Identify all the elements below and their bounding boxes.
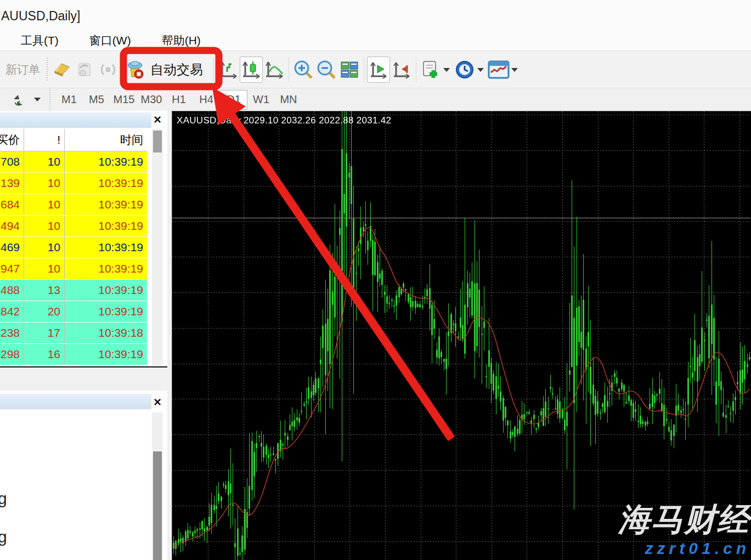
ask-cell: 469 [0, 237, 24, 258]
clipped-text-fragment[interactable]: g [0, 528, 7, 546]
table-row[interactable]: 1391010:39:19 [0, 173, 147, 194]
candlestick-chart-button[interactable] [240, 56, 263, 83]
zoom-in-icon [293, 60, 313, 80]
menu-window[interactable]: 窗口(W) [85, 32, 135, 49]
table-row[interactable]: 2981610:39:19 [0, 344, 147, 365]
new-order-button[interactable]: 新订单 [2, 62, 43, 77]
market-watch-table: 买价 ! 时间 7081010:39:191391010:39:19684101… [0, 129, 147, 365]
signals-button[interactable] [97, 56, 120, 83]
time-cell: 10:39:19 [65, 173, 147, 194]
panel-divider [0, 366, 167, 367]
table-row[interactable]: 4881310:39:19 [0, 280, 147, 301]
timeframe-button-m15[interactable]: M15 [110, 90, 138, 110]
menu-tools[interactable]: 工具(T) [16, 32, 63, 49]
autotrading-button[interactable]: 自动交易 [120, 56, 211, 83]
table-row[interactable]: 2381710:39:18 [0, 323, 147, 344]
publish-button[interactable] [74, 56, 97, 83]
close-icon[interactable]: × [152, 114, 163, 125]
close-icon[interactable]: × [152, 397, 163, 408]
chart-shift-icon [392, 60, 411, 80]
symbols-dropdown[interactable] [34, 98, 41, 101]
timeframe-button-h1[interactable]: H1 [165, 90, 193, 110]
time-cell: 10:39:19 [65, 237, 147, 258]
history-center-button[interactable] [50, 56, 74, 83]
periods-clock-icon [454, 59, 475, 80]
timeframe-drag-handle[interactable] [48, 88, 51, 112]
line-chart-button[interactable] [263, 56, 286, 83]
market-watch-scrollbar[interactable] [152, 129, 163, 366]
menu-bar: 工具(T) 窗口(W) 帮助(H) [0, 30, 751, 51]
table-row[interactable]: 6841010:39:19 [0, 194, 147, 216]
table-row[interactable]: 9471010:39:19 [0, 258, 147, 280]
candlestick-chart[interactable] [172, 111, 750, 560]
table-row[interactable]: 4941010:39:19 [0, 216, 147, 237]
ask-cell: 139 [0, 173, 24, 194]
time-cell: 10:39:18 [65, 323, 147, 343]
market-watch-header-bar[interactable] [0, 112, 151, 128]
watermark-url: zzrt01.cn [618, 539, 750, 558]
table-row[interactable]: 7081010:39:19 [0, 151, 147, 173]
scrollbar-thumb[interactable] [153, 131, 162, 152]
zoom-out-button[interactable] [315, 56, 338, 83]
timeframe-buttons: M1M5M15M30H1H4D1W1MN [55, 90, 302, 110]
ask-cell: 947 [0, 258, 24, 279]
timeframe-button-w1[interactable]: W1 [247, 90, 275, 110]
navigator-scrollbar[interactable] [152, 412, 163, 560]
spread-cell: 10 [24, 216, 65, 236]
spread-cell: 10 [24, 151, 65, 172]
auto-scroll-button[interactable] [367, 56, 390, 83]
column-header-ask[interactable]: 买价 [0, 129, 24, 151]
periods-dropdown[interactable] [477, 68, 484, 72]
ask-cell: 238 [0, 323, 24, 343]
indicators-dropdown[interactable] [511, 68, 518, 72]
spread-cell: 20 [24, 301, 65, 322]
line-chart-icon [264, 60, 284, 80]
table-row[interactable]: 4691010:39:19 [0, 237, 147, 258]
menu-help[interactable]: 帮助(H) [157, 32, 205, 49]
periods-button[interactable] [453, 56, 476, 83]
candlestick-icon [241, 60, 261, 80]
book-icon [53, 61, 71, 78]
timeframe-button-m5[interactable]: M5 [83, 90, 110, 110]
market-watch-panel: × 买价 ! 时间 7081010:39:191391010:39:196841… [0, 111, 167, 367]
watermark: 海马财经 zzrt01.cn [618, 499, 750, 558]
timeframe-button-m1[interactable]: M1 [55, 90, 83, 110]
time-cell: 10:39:19 [65, 216, 147, 236]
chart-symbol: XAUUSD,Daily [177, 115, 241, 126]
column-header-time[interactable]: 时间 [65, 129, 147, 151]
timeframe-button-m30[interactable]: M30 [138, 90, 165, 110]
chart-area[interactable]: XAUUSD,Daily 2029.10 2032.26 2022.88 203… [172, 111, 751, 560]
timeframe-button-d1[interactable]: D1 [220, 90, 247, 110]
column-header-flag[interactable]: ! [24, 129, 65, 151]
add-template-dropdown[interactable] [443, 68, 450, 72]
watermark-brand: 海马财经 [618, 499, 750, 541]
chart-ohlc-header: XAUUSD,Daily 2029.10 2032.26 2022.88 203… [177, 115, 391, 126]
title-bar: AUUSD,Daily] [0, 0, 751, 30]
ask-cell: 684 [0, 194, 24, 215]
clipped-text-fragment[interactable]: g [0, 489, 7, 508]
ask-cell: 494 [0, 216, 24, 236]
navigator-body: gg [0, 412, 152, 560]
toolbar-separator [416, 58, 416, 82]
spread-cell: 10 [24, 237, 65, 258]
navigator-header-bar[interactable] [0, 394, 151, 409]
bar-chart-button[interactable] [217, 56, 240, 83]
toolbar-separator [289, 58, 289, 82]
timeframe-bar: M1M5M15M30H1H4D1W1MN [0, 88, 751, 111]
indicators-icon [488, 60, 510, 79]
zoom-in-button[interactable] [292, 56, 315, 83]
ask-cell: 488 [0, 280, 24, 301]
chart-shift-button[interactable] [390, 56, 413, 83]
table-row[interactable]: 8422010:39:19 [0, 301, 147, 323]
auto-scroll-icon [369, 60, 388, 80]
ask-cell: 298 [0, 344, 24, 365]
time-cell: 10:39:19 [65, 194, 147, 215]
scrollbar-thumb[interactable] [153, 451, 162, 560]
timeframe-button-h4[interactable]: H4 [193, 90, 220, 110]
indicators-button[interactable] [487, 56, 510, 83]
toolbar-drag-handle[interactable] [46, 58, 48, 82]
timeframe-button-mn[interactable]: MN [275, 90, 302, 110]
symbols-button[interactable] [4, 87, 33, 113]
add-template-button[interactable] [419, 56, 442, 83]
tile-windows-button[interactable] [338, 56, 361, 83]
